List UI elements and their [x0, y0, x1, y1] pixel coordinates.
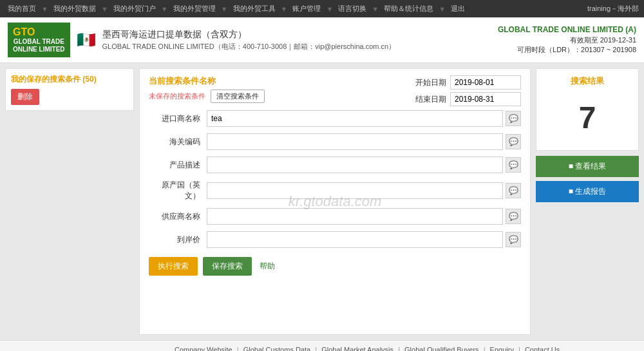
- left-sidebar: 我的保存的搜索条件 (50) 删除: [5, 68, 134, 335]
- logo-gto: GTO: [13, 26, 65, 38]
- results-panel: 搜索结果 7: [536, 68, 639, 151]
- start-date-input[interactable]: [450, 75, 521, 90]
- ldr-range: 可用时段（LDR）：201307 ~ 201908: [498, 45, 636, 55]
- field-hs-code: 海关编码 💬: [149, 133, 521, 150]
- product-desc-label: 产品描述: [149, 160, 207, 171]
- main-content: 我的保存的搜索条件 (50) 删除 kr.gtodata.com 当前搜索条件名…: [0, 63, 644, 340]
- results-count: 7: [543, 92, 632, 144]
- nav-tools[interactable]: 我的外贸工具: [231, 3, 278, 15]
- hs-code-icon[interactable]: 💬: [506, 134, 521, 149]
- page-footer: 苏ICP备14033305号 Company Website | Global …: [0, 340, 644, 351]
- hs-code-input[interactable]: [207, 133, 503, 150]
- supplier-icon[interactable]: 💬: [506, 209, 521, 224]
- top-navigation: 我的首页 ▼ 我的外贸数据 ▼ 我的外贸门户 ▼ 我的外贸管理 ▼ 我的外贸工具…: [0, 0, 644, 17]
- header-title-area: 墨西哥海运进口提单数据（含双方） GLOBAL TRADE ONLINE LIM…: [102, 29, 396, 52]
- footer-link-enquiry[interactable]: Enquiry: [490, 346, 514, 351]
- saved-conditions-title: 我的保存的搜索条件 (50): [11, 74, 128, 85]
- origin-country-input-wrap: 💬: [207, 182, 521, 199]
- landed-price-input-wrap: 💬: [207, 231, 521, 248]
- importer-label: 进口商名称: [149, 113, 207, 124]
- nav-portal[interactable]: 我的外贸门户: [111, 3, 158, 15]
- logo-line2: ONLINE LIMITED: [13, 46, 65, 53]
- field-importer: 进口商名称 💬: [149, 110, 521, 127]
- nav-home[interactable]: 我的首页: [5, 3, 39, 15]
- icp-number: 苏ICP备14033305号: [8, 346, 72, 351]
- nav-language[interactable]: 语言切换: [336, 3, 369, 15]
- start-date-label: 开始日期: [415, 77, 446, 88]
- footer-link-contact[interactable]: Contact Us: [525, 346, 560, 351]
- form-dates: 开始日期 结束日期: [415, 75, 521, 106]
- right-panel: 搜索结果 7 ■ 查看结果 ■ 生成报告: [536, 68, 639, 335]
- landed-price-label: 到岸价: [149, 234, 207, 245]
- field-product-desc: 产品描述 💬: [149, 157, 521, 173]
- unsaved-label: 未保存的搜索条件: [149, 91, 205, 101]
- landed-price-icon[interactable]: 💬: [506, 232, 521, 247]
- supplier-label: 供应商名称: [149, 211, 207, 222]
- product-desc-icon[interactable]: 💬: [506, 157, 521, 173]
- page-title: 墨西哥海运进口提单数据（含双方）: [102, 29, 396, 41]
- logo: GTO GLOBAL TRADE ONLINE LIMITED: [8, 23, 70, 57]
- footer-link-customs-data[interactable]: Global Customs Data: [243, 346, 311, 351]
- origin-country-icon[interactable]: 💬: [506, 183, 521, 198]
- country-flag: 🇲🇽: [77, 31, 96, 49]
- nav-management[interactable]: 我的外贸管理: [171, 3, 218, 15]
- hs-code-input-wrap: 💬: [207, 133, 521, 150]
- importer-icon[interactable]: 💬: [506, 111, 521, 126]
- footer-link-qualified-buyers[interactable]: Global Qualified Buyers: [404, 346, 479, 351]
- view-results-button[interactable]: ■ 查看结果: [536, 156, 639, 177]
- product-desc-input[interactable]: [207, 157, 503, 173]
- header-logo-area: GTO GLOBAL TRADE ONLINE LIMITED 🇲🇽 墨西哥海运…: [8, 23, 395, 57]
- field-landed-price: 到岸价 💬: [149, 231, 521, 248]
- save-search-button[interactable]: 保存搜索: [203, 257, 252, 276]
- importer-input-wrap: 💬: [207, 110, 521, 127]
- user-info: training－海外部: [587, 4, 639, 14]
- search-form: kr.gtodata.com 当前搜索条件名称 未保存的搜索条件 清空搜索条件 …: [139, 68, 531, 335]
- help-link[interactable]: 帮助: [257, 257, 278, 276]
- footer-links: Company Website | Global Customs Data | …: [98, 346, 636, 351]
- logo-line1: GLOBAL TRADE: [13, 38, 65, 46]
- saved-conditions-panel: 我的保存的搜索条件 (50) 删除: [5, 68, 134, 111]
- delete-button[interactable]: 删除: [11, 89, 39, 105]
- execute-search-button[interactable]: 执行搜索: [149, 257, 198, 276]
- origin-country-label: 原产国（英文）: [149, 180, 207, 202]
- nav-logout[interactable]: 退出: [448, 3, 468, 15]
- page-header: GTO GLOBAL TRADE ONLINE LIMITED 🇲🇽 墨西哥海运…: [0, 17, 644, 63]
- end-date-label: 结束日期: [415, 94, 446, 105]
- nav-account[interactable]: 账户管理: [290, 3, 323, 15]
- clear-button[interactable]: 清空搜索条件: [211, 90, 265, 103]
- company-info: GLOBAL TRADE ONLINE LIMITED（电话：400-710-3…: [102, 42, 396, 52]
- hs-code-label: 海关编码: [149, 137, 207, 147]
- nav-items: 我的首页 ▼ 我的外贸数据 ▼ 我的外贸门户 ▼ 我的外贸管理 ▼ 我的外贸工具…: [5, 3, 468, 15]
- supplier-input-wrap: 💬: [207, 208, 521, 225]
- end-date-row: 结束日期: [415, 92, 521, 106]
- account-company-name: GLOBAL TRADE ONLINE LIMITED (A): [498, 25, 636, 34]
- form-title-area: 当前搜索条件名称 未保存的搜索条件 清空搜索条件: [149, 75, 265, 103]
- form-top-row: 当前搜索条件名称 未保存的搜索条件 清空搜索条件 开始日期 结束日期: [149, 75, 521, 106]
- end-date-input[interactable]: [450, 92, 521, 106]
- supplier-input[interactable]: [207, 208, 503, 225]
- expiry-date: 有效期至 2019-12-31: [498, 35, 636, 45]
- nav-trade-data[interactable]: 我的外贸数据: [51, 3, 99, 15]
- action-buttons: 执行搜索 保存搜索 帮助: [149, 257, 521, 276]
- product-desc-input-wrap: 💬: [207, 157, 521, 173]
- footer-link-market-analysis[interactable]: Global Market Analysis: [321, 346, 393, 351]
- landed-price-input[interactable]: [207, 231, 503, 248]
- nav-help[interactable]: 帮助＆统计信息: [381, 3, 436, 15]
- results-title: 搜索结果: [543, 75, 632, 87]
- field-origin-country: 原产国（英文） 💬: [149, 180, 521, 202]
- footer-link-company-website[interactable]: Company Website: [175, 346, 232, 351]
- generate-report-button[interactable]: ■ 生成报告: [536, 181, 639, 202]
- form-title: 当前搜索条件名称: [149, 75, 265, 87]
- field-supplier: 供应商名称 💬: [149, 208, 521, 225]
- header-account-info: GLOBAL TRADE ONLINE LIMITED (A) 有效期至 201…: [498, 25, 636, 55]
- importer-input[interactable]: [207, 110, 503, 127]
- origin-country-input[interactable]: [207, 182, 503, 199]
- start-date-row: 开始日期: [415, 75, 521, 90]
